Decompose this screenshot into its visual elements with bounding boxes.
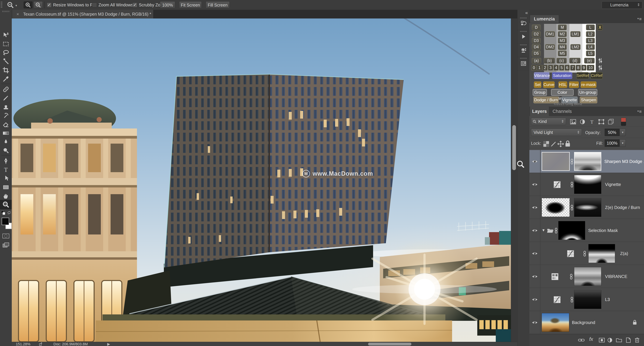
lumenzia-zone-b-button[interactable]: (b): [544, 58, 555, 63]
vertical-scrollbar[interactable]: [511, 18, 518, 342]
layer-name[interactable]: L3: [605, 288, 610, 311]
panel-menu-icon[interactable]: ▾≡: [638, 109, 642, 114]
delete-layer-icon[interactable]: [634, 337, 641, 344]
layer-name[interactable]: Background: [572, 311, 595, 334]
zoom-tool-icon[interactable]: [7, 1, 14, 9]
zoom-tool-icon-selected[interactable]: [2, 201, 10, 208]
history-panel-icon[interactable]: [518, 16, 530, 30]
ungroup-button[interactable]: Un-group: [578, 89, 597, 96]
lumenzia-LM2-button[interactable]: LM2: [570, 44, 580, 50]
zoom-out-button[interactable]: [34, 1, 43, 8]
curve-button[interactable]: Curve: [543, 81, 554, 88]
document-tab[interactable]: × Texan Colosseum.tif @ 151% (Sharpen M3…: [12, 10, 153, 18]
blur-tool-icon[interactable]: [2, 138, 10, 145]
layer-name[interactable]: Z(a): [620, 242, 628, 265]
horizontal-scrollbar-thumb[interactable]: [368, 343, 412, 346]
lumenzia-M4-button[interactable]: M4: [558, 44, 567, 50]
fill-dropdown-icon[interactable]: ▾: [620, 139, 626, 147]
tool-preset-caret-icon[interactable]: ▾: [16, 4, 17, 7]
levels-slider-icon-2[interactable]: [598, 65, 603, 70]
lumenzia-D-button[interactable]: D: [532, 24, 541, 30]
layer-mask-thumbnail[interactable]: [574, 198, 601, 217]
lumenzia-M2-button[interactable]: M2: [558, 31, 567, 37]
add-layer-mask-icon[interactable]: [598, 337, 605, 344]
lumenzia-zone-9[interactable]: 9: [581, 65, 586, 70]
eyedropper-tool-icon[interactable]: [2, 75, 10, 83]
lumenzia-zone-1[interactable]: 1: [537, 65, 542, 70]
hand-tool-icon[interactable]: [2, 192, 10, 200]
screen-mode-icon[interactable]: [2, 242, 10, 248]
lock-all-icon[interactable]: [564, 140, 570, 146]
lumenzia-zone-2[interactable]: 2: [542, 65, 548, 70]
opacity-dropdown-icon[interactable]: ▾: [620, 129, 626, 136]
zoom-all-windows-checkbox[interactable]: [92, 2, 97, 7]
link-layers-icon[interactable]: [578, 337, 585, 344]
layer-mask-thumbnail[interactable]: [588, 244, 615, 263]
lock-transparency-icon[interactable]: [542, 140, 548, 146]
workspace-selector[interactable]: Lumenzia ⇕: [602, 1, 642, 9]
lumenzia-D4-button[interactable]: D4: [532, 44, 541, 50]
tab-channels[interactable]: Channels: [550, 107, 575, 116]
group-mask-thumbnail[interactable]: [558, 221, 585, 240]
setref-button[interactable]: SetRef: [576, 72, 589, 79]
collapse-panels-icon[interactable]: «: [525, 10, 528, 15]
lumenzia-zone-d-button[interactable]: (d): [570, 58, 580, 63]
filter-type-layers-icon[interactable]: T: [588, 118, 596, 125]
resize-windows-checkbox[interactable]: ✓: [47, 2, 52, 7]
lumenzia-L4-button[interactable]: L4: [586, 44, 595, 50]
levels-slider-icon[interactable]: [598, 58, 603, 63]
type-tool-icon[interactable]: T: [2, 166, 10, 173]
default-colors-icon[interactable]: [1, 211, 6, 215]
lumenzia-L3-button[interactable]: L3: [586, 38, 595, 43]
lumenzia-LM1-button[interactable]: LM1: [570, 31, 580, 37]
layer-name[interactable]: VIBRANCE: [605, 265, 627, 288]
layer-name[interactable]: Vignette: [605, 173, 621, 196]
mask-link-icon[interactable]: [583, 251, 586, 257]
vertical-scrollbar-thumb[interactable]: [512, 125, 516, 170]
visibility-eye-icon[interactable]: [532, 251, 538, 256]
status-expand-icon[interactable]: ▶: [107, 342, 110, 346]
lumenzia-D3-button[interactable]: D3: [532, 38, 541, 43]
scrubby-zoom-checkbox[interactable]: ✓: [132, 2, 137, 7]
lasso-tool-icon[interactable]: [2, 49, 10, 56]
lumenzia-M-button[interactable]: M: [558, 24, 567, 30]
share-icon[interactable]: [39, 342, 43, 346]
curves-adjustment-icon[interactable]: [553, 181, 561, 188]
mask-link-icon[interactable]: [570, 297, 574, 303]
filter-adjustment-layers-icon[interactable]: [579, 118, 586, 125]
lumenzia-D2-button[interactable]: D2: [532, 31, 541, 37]
toolbar-drag-handle[interactable]: [2, 11, 10, 12]
group-folder-icon[interactable]: [547, 228, 554, 233]
spot-healing-brush-tool-icon[interactable]: [2, 86, 10, 93]
visibility-eye-icon[interactable]: [532, 298, 538, 302]
filter-smart-objects-icon[interactable]: [607, 118, 614, 125]
magic-wand-tool-icon[interactable]: [2, 58, 10, 65]
path-selection-tool-icon[interactable]: [2, 175, 10, 182]
vibrance-adjustment-icon[interactable]: [551, 273, 559, 280]
filter-button[interactable]: Filter: [569, 81, 579, 88]
layer-row-background[interactable]: Background: [530, 311, 644, 334]
zoom-in-button[interactable]: [24, 1, 32, 8]
curves-adjustment-icon[interactable]: [567, 250, 574, 257]
lumenzia-L-button[interactable]: L: [586, 24, 595, 30]
mask-link-icon[interactable]: [570, 182, 574, 187]
layer-row-sharpen[interactable]: Sharpen M3 Dodge ...: [530, 150, 644, 173]
quick-mask-mode-icon[interactable]: [2, 234, 10, 239]
layer-thumbnail[interactable]: [542, 198, 570, 217]
gradient-tool-icon[interactable]: [2, 129, 10, 137]
new-adjustment-layer-icon[interactable]: [606, 337, 614, 344]
layer-thumbnail[interactable]: [542, 313, 569, 332]
layer-style-fx-icon[interactable]: fx: [589, 336, 593, 342]
visibility-eye-icon[interactable]: [532, 275, 538, 279]
lumenzia-zone-6[interactable]: 6: [565, 65, 570, 70]
info-panel-icon[interactable]: [518, 57, 530, 70]
visibility-eye-icon[interactable]: [532, 182, 538, 187]
layer-row-ze-dodge-burn[interactable]: Z(e) Dodge / Burn: [530, 196, 644, 219]
visibility-eye-icon[interactable]: [532, 321, 538, 325]
panel-menu-icon[interactable]: ▾≡: [638, 16, 642, 22]
lumenzia-zone-c-button[interactable]: (c): [556, 58, 567, 63]
history-brush-tool-icon[interactable]: [2, 112, 10, 119]
curves-adjustment-icon[interactable]: [553, 296, 561, 303]
new-layer-icon[interactable]: [625, 337, 632, 344]
crop-tool-icon[interactable]: [2, 66, 10, 74]
